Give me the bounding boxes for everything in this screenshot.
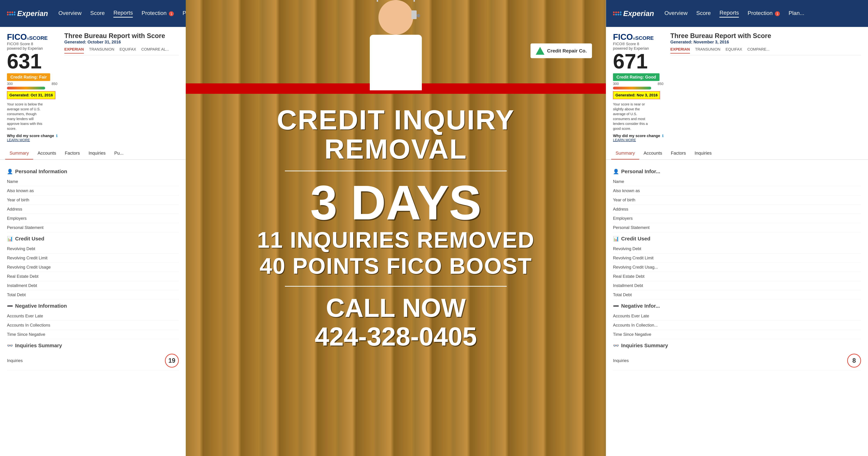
left-bureau-transunion[interactable]: TRANSUNION [89,47,114,54]
left-bureau-compare[interactable]: COMPARE AL... [141,47,169,54]
overlay-phone: 424-328-0405 [315,322,477,351]
left-nav-score[interactable]: Score [90,10,105,17]
left-range-min: 300 [7,82,13,86]
right-info-icon: ℹ [662,134,663,138]
right-accounts-collections: Accounts In Collection... [613,321,861,330]
right-score-bar [613,87,651,89]
logo-dot-7 [11,14,13,16]
right-personal-info-title: 👤 Personal Infor... [613,169,861,174]
right-fico-registered: ® [633,37,635,41]
right-bureau-compare[interactable]: COMPARE... [747,47,770,54]
left-info-address: Address [7,205,179,214]
left-fico-subtitle1: FICO® Score 8 [7,42,33,46]
right-summary-content: 👤 Personal Infor... Name Also known as Y… [606,160,868,456]
headset-mic-ball [416,14,420,18]
right-panel: Experian Overview Score Reports Protecti… [606,0,868,456]
left-info-name: Name [7,177,179,186]
right-report-date: November 3, 2016 [693,39,729,44]
left-installment-debt: Installment Debt [7,281,179,290]
left-score-bar [7,87,45,89]
right-person-icon: 👤 [613,169,619,174]
left-fico-text: FICO [7,32,27,42]
right-report-generated: Generated: November 3, 2016 [671,39,861,45]
overlay-line1: CREDIT INQUIRY [277,105,515,135]
right-tab-factors[interactable]: Factors [666,147,690,160]
right-nav-planning[interactable]: Plan... [788,10,804,17]
left-revolving-debt: Revolving Debt [7,244,179,253]
left-accounts-collections: Accounts In Collections [7,321,179,330]
right-bureau-tabs: EXPERIAN TRANSUNION EQUIFAX COMPARE... [671,47,861,55]
logo-dot-2 [9,11,11,13]
right-bureau-experian[interactable]: EXPERIAN [671,47,690,54]
right-logo-dot-1 [613,11,615,13]
left-nav-overview[interactable]: Overview [58,10,82,17]
left-logo: Experian [7,9,48,18]
right-logo: Experian [613,9,654,18]
right-nav-overview[interactable]: Overview [664,10,687,17]
right-nav-reports[interactable]: Reports [719,9,739,18]
left-protection-badge: 1 [169,11,174,16]
left-tab-public[interactable]: Pu... [110,147,128,160]
left-revolving-usage: Revolving Credit Usage [7,263,179,272]
logo-dot-1 [7,11,9,13]
right-minus-icon: ➖ [613,303,619,309]
left-summary-content: 👤 Personal Information Name Also known a… [0,160,186,456]
right-info-name: Name [613,177,861,186]
left-minus-icon: ➖ [7,303,13,309]
right-glasses-icon: 👓 [613,343,619,348]
right-content-tabs: Summary Accounts Factors Inquiries [606,147,868,160]
right-fico-text: FICO [613,32,633,42]
right-info-dob: Year of birth [613,195,861,205]
left-report-date: October 31, 2016 [88,39,121,44]
left-bureau-equifax[interactable]: EQUIFAX [119,47,136,54]
overlay-divider-2 [285,286,507,287]
left-accounts-ever-late: Accounts Ever Late [7,311,179,321]
right-fico-subtitle1: FICO® Score 8 [613,42,639,46]
overlay-days: 3 DAYS [310,178,482,227]
right-tab-accounts[interactable]: Accounts [639,147,666,160]
right-report-title: Three Bureau Report with Score [671,32,861,39]
right-nav-protection[interactable]: Protection 1 [747,10,780,17]
left-content-tabs: Summary Accounts Factors Inquiries Pu... [0,147,186,160]
right-fico-section: FICO ® SCORE FICO® Score 8 powered by Ex… [606,27,868,147]
right-logo-dot-2 [615,11,617,13]
right-why-score: Why did my score change ℹ [613,134,663,138]
right-logo-dot-7 [618,14,619,16]
right-time-since-negative: Time Since Negative [613,330,861,339]
left-tab-summary[interactable]: Summary [5,147,33,160]
right-bureau-equifax[interactable]: EQUIFAX [725,47,742,54]
right-range-max: 850 [658,82,663,86]
right-fico-score-word: SCORE [635,35,654,41]
left-real-estate-debt: Real Estate Debt [7,272,179,281]
right-learn-more[interactable]: LEARN MORE [613,138,636,142]
right-info-address: Address [613,205,861,214]
left-nav-links: Overview Score Reports Protection 1 Plan… [58,9,203,18]
right-inquiries-title: 👓 Inquiries Summary [613,343,861,348]
left-bureau-tabs: EXPERIAN TRANSUNION EQUIFAX COMPARE AL..… [64,47,179,55]
right-tab-summary[interactable]: Summary [611,147,639,160]
right-tab-inquiries[interactable]: Inquiries [690,147,716,160]
right-fico-left: FICO ® SCORE FICO® Score 8 powered by Ex… [613,32,663,142]
left-fico-registered: ® [27,37,29,41]
right-inquiry-circle: 8 [847,354,861,368]
right-revolving-debt: Revolving Debt [613,244,861,253]
left-tab-factors[interactable]: Factors [60,147,84,160]
right-score-description: Your score is near or slightly above the… [613,102,649,131]
left-tab-accounts[interactable]: Accounts [33,147,60,160]
right-bureau-transunion[interactable]: TRANSUNION [695,47,720,54]
left-bureau-experian[interactable]: EXPERIAN [64,47,84,54]
left-tab-inquiries[interactable]: Inquiries [84,147,110,160]
right-score-range: 300 850 [613,82,663,86]
right-nav-score[interactable]: Score [696,10,711,17]
left-time-since-negative: Time Since Negative [7,330,179,339]
right-inquiries-label: Inquiries [613,356,629,365]
left-nav-protection[interactable]: Protection 1 [142,10,174,17]
right-credit-rating-badge: Credit Rating: Good [613,73,659,81]
left-info-icon: ℹ [56,134,58,138]
left-nav-reports[interactable]: Reports [113,9,133,18]
left-fico-logo: FICO ® SCORE [7,32,48,42]
left-inquiries-label: Inquiries [7,356,23,365]
left-generated-badge: Generated: Oct 31, 2016 [7,91,55,99]
left-credit-score: 631 [7,51,42,72]
left-learn-more[interactable]: LEARN MORE [7,138,30,142]
